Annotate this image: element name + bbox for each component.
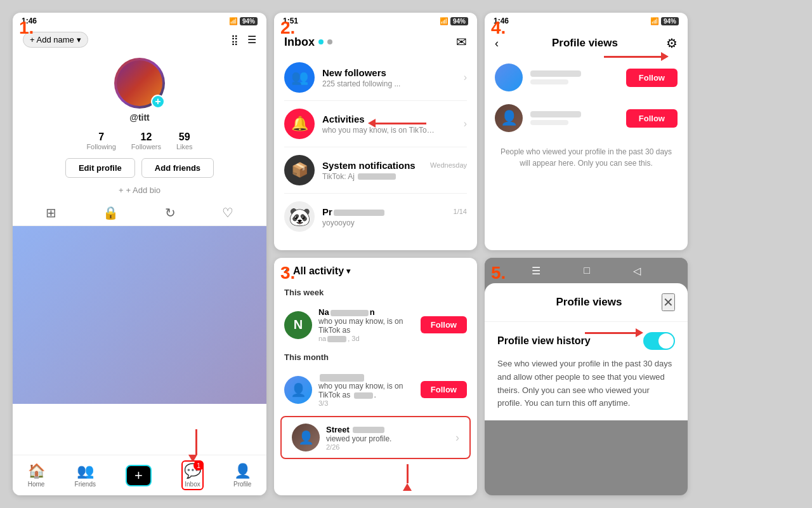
hamburger-icon[interactable]: ☰ xyxy=(532,265,540,277)
inbox-header: Inbox ✉ xyxy=(274,29,477,55)
activity-time-month-1: 3/3 xyxy=(318,399,414,407)
add-friends-button[interactable]: Add friends xyxy=(141,158,214,178)
edit-profile-button[interactable]: Edit profile xyxy=(65,158,135,178)
nav-profile[interactable]: 👤 Profile xyxy=(233,463,251,488)
system-time: Wednesday xyxy=(430,161,467,169)
pv-description: People who viewed your profile in the pa… xyxy=(485,138,688,177)
nav-friends[interactable]: 👥 Friends xyxy=(75,463,96,488)
followers-count: 12 xyxy=(131,131,161,143)
pv-title: Profile views xyxy=(504,37,666,50)
follow-button-1[interactable]: Follow xyxy=(626,69,678,87)
activity-name-month-1 xyxy=(318,372,414,382)
system-sub: TikTok: Aj xyxy=(322,172,436,181)
step-5-label: 5. xyxy=(491,263,506,283)
activity-title[interactable]: All activity ▾ xyxy=(293,265,350,277)
action-buttons: Edit profile Add friends xyxy=(13,153,266,183)
qr-icon[interactable]: ⣿ xyxy=(231,34,239,46)
nav-inbox[interactable]: 💬 1 Inbox xyxy=(181,460,204,490)
toggle-switch[interactable] xyxy=(643,332,675,350)
screen-5: 5. ☰ □ ◁ Profile views ✕ Profile view hi… xyxy=(485,258,688,495)
add-bio-button[interactable]: + + Add bio xyxy=(13,183,266,200)
followers-chevron: › xyxy=(464,72,467,83)
street-chevron: › xyxy=(455,431,459,444)
activity-name-1: Nan xyxy=(318,307,414,317)
pv-name-block-1 xyxy=(530,70,619,84)
system-title: System notifications xyxy=(322,160,416,171)
username: @titt xyxy=(129,112,150,123)
activity-content-1: Nan who you may know, is on TikTok as na… xyxy=(318,307,414,342)
repost-tab-icon[interactable]: ↻ xyxy=(165,205,176,220)
modal-title: Profile views xyxy=(516,296,662,309)
activity-avatar-n: N xyxy=(284,311,312,339)
street-sub: viewed your profile. xyxy=(326,434,449,443)
followers-sub: 225 started following ... xyxy=(322,79,436,88)
pv-gear-icon[interactable]: ⚙ xyxy=(666,36,678,51)
inbox-arrow xyxy=(152,429,197,462)
modal-card: Profile views ✕ Profile view history See… xyxy=(485,283,688,420)
follow-btn-month-1[interactable]: Follow xyxy=(421,381,467,398)
activity-chevron: ▾ xyxy=(346,267,350,276)
square-icon[interactable]: □ xyxy=(584,265,590,276)
stats-row: 7 Following 12 Followers 59 Likes xyxy=(13,125,266,153)
followers-label: Followers xyxy=(131,143,161,150)
system-avatar: 📦 xyxy=(284,155,315,185)
inbox-item-system[interactable]: 📦 System notifications Wednesday TikTok:… xyxy=(274,147,477,193)
pr-avatar: 🐼 xyxy=(284,201,315,232)
step-1-label: 1. xyxy=(19,18,34,38)
activity-content-month-1: who you may know, is on TikTok as . 3/3 xyxy=(318,372,414,407)
street-arrow xyxy=(274,462,477,491)
screen-2: 2. 1:51 📶 94% Inbox ✉ 👥 New followers 22… xyxy=(274,13,477,250)
screen-4: 4. 1:46 📶 94% ‹ Profile views ⚙ Follow xyxy=(485,13,688,250)
system-content: System notifications Wednesday TikTok: A… xyxy=(322,160,467,181)
gear-arrow xyxy=(604,52,669,61)
grid-tab-icon[interactable]: ⊞ xyxy=(46,205,56,220)
activities-arrow xyxy=(368,119,426,128)
activity-sub-1: who you may know, is on TikTok as xyxy=(318,317,414,335)
pv-name-block-2 xyxy=(530,111,619,125)
step-4-label: 4. xyxy=(491,18,506,38)
activity-item-month-1: 👤 who you may know, is on TikTok as . 3/… xyxy=(274,366,477,413)
pv-back-button[interactable]: ‹ xyxy=(495,37,499,50)
lock-tab-icon[interactable]: 🔒 xyxy=(103,205,119,220)
pv-item-1: Follow xyxy=(485,57,688,98)
street-profile-view-item[interactable]: 👤 Street viewed your profile. 2/26 › xyxy=(280,416,471,459)
street-avatar: 👤 xyxy=(292,424,320,451)
nav-home[interactable]: 🏠 Home xyxy=(28,463,45,488)
inbox-item-pr[interactable]: 🐼 Pr 1/14 yoyooyoy xyxy=(274,194,477,239)
avatar-plus-icon[interactable]: + xyxy=(151,95,165,109)
nav-plus[interactable]: + xyxy=(126,465,152,486)
pr-title: Pr xyxy=(322,206,386,217)
likes-count: 59 xyxy=(176,131,193,143)
back-nav-icon[interactable]: ◁ xyxy=(633,265,641,277)
pv-avatar-2: 👤 xyxy=(495,104,523,132)
menu-icon[interactable]: ☰ xyxy=(247,34,256,46)
avatar-wrapper: + xyxy=(114,58,165,109)
activities-chevron: › xyxy=(464,118,467,130)
pr-time: 1/14 xyxy=(454,208,467,215)
week-label: This week xyxy=(274,284,477,301)
modal-close-button[interactable]: ✕ xyxy=(662,293,675,311)
pv-avatar-1 xyxy=(495,64,523,91)
compose-icon[interactable]: ✉ xyxy=(456,34,467,50)
profile-center: + @titt xyxy=(13,53,266,125)
dot-2 xyxy=(327,39,332,44)
modal-header: Profile views ✕ xyxy=(485,283,688,322)
status-bar-2: 1:51 📶 94% xyxy=(274,13,477,29)
bottom-nav: 🏠 Home 👥 Friends + 💬 1 Inbox 👤 Profile xyxy=(13,455,266,495)
modal-body: Profile view history See who viewed your… xyxy=(485,322,688,420)
pv-history-label: Profile view history xyxy=(497,335,591,347)
pr-content: Pr 1/14 yoyooyoy xyxy=(322,206,467,227)
follow-button-2[interactable]: Follow xyxy=(626,109,678,128)
battery-1: 94% xyxy=(240,17,258,25)
activity-sub-month-1: who you may know, is on TikTok as . xyxy=(318,382,414,399)
follow-btn-week-1[interactable]: Follow xyxy=(421,316,467,333)
following-count: 7 xyxy=(86,131,115,143)
toggle-arrow xyxy=(585,328,643,337)
toggle-knob xyxy=(658,333,674,349)
step-2-label: 2. xyxy=(280,18,295,38)
activity-header: ‹ All activity ▾ xyxy=(274,258,477,284)
status-bar-1: 1:46 📶 94% xyxy=(13,13,266,29)
view-all-button[interactable]: View all ▾ xyxy=(274,491,477,495)
inbox-item-followers[interactable]: 👥 New followers 225 started following ..… xyxy=(274,55,477,100)
like-tab-icon[interactable]: ♡ xyxy=(222,205,233,220)
